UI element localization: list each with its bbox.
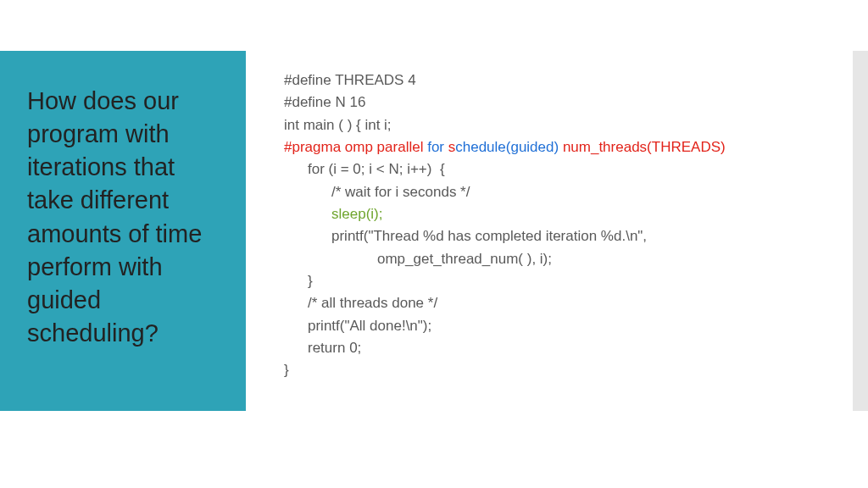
code-line: #pragma omp parallel for schedule(guided…	[284, 136, 826, 158]
pragma-red: num_threads(THREADS)	[563, 139, 726, 155]
code-line: return 0;	[284, 337, 826, 359]
slide-title: How does our program with iterations tha…	[27, 85, 227, 350]
code-line: }	[284, 359, 826, 381]
code-line: int main ( ) { int i;	[284, 114, 826, 136]
code-line: for (i = 0; i < N; i++) {	[284, 158, 826, 180]
code-comment: /* wait for i seconds */	[284, 181, 826, 203]
pragma-red: s	[448, 139, 456, 155]
code-block: #define THREADS 4 #define N 16 int main …	[284, 69, 826, 382]
pragma-blue: chedule(guided)	[455, 139, 563, 155]
pragma-red: #pragma omp parallel	[284, 139, 427, 155]
code-line: printf("Thread %d has completed iteratio…	[284, 225, 826, 247]
sidebar-panel: How does our program with iterations tha…	[0, 51, 246, 411]
code-comment: /* all threads done */	[284, 292, 826, 314]
code-line: omp_get_thread_num( ), i);	[284, 248, 826, 270]
right-accent-bar	[853, 51, 868, 411]
code-line: #define THREADS 4	[284, 69, 826, 92]
code-line: #define N 16	[284, 92, 826, 114]
code-line: printf("All done!\n");	[284, 315, 826, 337]
code-line: }	[284, 270, 826, 292]
pragma-blue: for	[427, 139, 448, 155]
code-sleep: sleep(i);	[284, 203, 826, 225]
